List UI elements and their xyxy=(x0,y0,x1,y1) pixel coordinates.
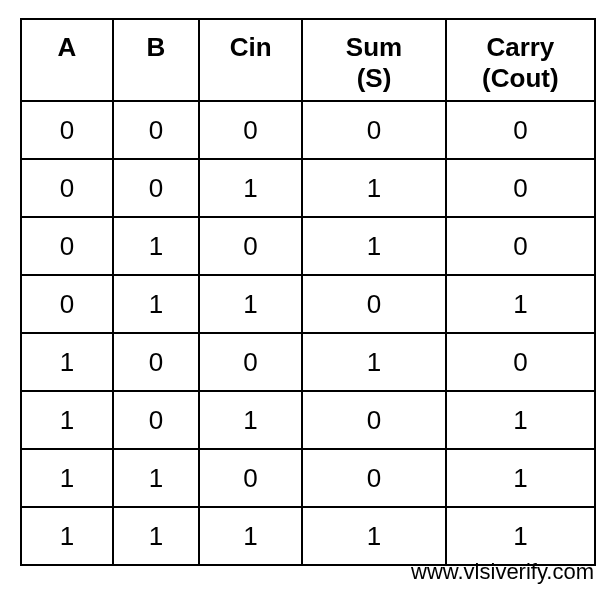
table-cell: 0 xyxy=(199,449,302,507)
table-cell: 1 xyxy=(113,217,199,275)
table-cell: 1 xyxy=(199,159,302,217)
table-cell: 0 xyxy=(21,101,113,159)
col-header-sublabel: (S) xyxy=(307,63,441,94)
table-cell: 0 xyxy=(21,159,113,217)
col-header-b: B xyxy=(113,19,199,101)
table-cell: 1 xyxy=(302,507,446,565)
table-cell: 0 xyxy=(199,333,302,391)
table-cell: 1 xyxy=(199,391,302,449)
table-cell: 0 xyxy=(113,101,199,159)
table-cell: 1 xyxy=(113,449,199,507)
table-row: 0 1 1 0 1 xyxy=(21,275,595,333)
col-header-cin: Cin xyxy=(199,19,302,101)
table-cell: 0 xyxy=(21,275,113,333)
col-header-label: B xyxy=(118,32,194,63)
table-cell: 1 xyxy=(199,275,302,333)
table-body: 0 0 0 0 0 0 0 1 1 0 0 1 0 1 0 0 1 1 0 1 xyxy=(21,101,595,565)
table-row: 1 1 0 0 1 xyxy=(21,449,595,507)
col-header-label: Sum xyxy=(307,32,441,63)
table-cell: 1 xyxy=(21,333,113,391)
col-header-label: Cin xyxy=(204,32,297,63)
table-cell: 1 xyxy=(446,449,595,507)
table-cell: 1 xyxy=(21,507,113,565)
table-cell: 1 xyxy=(21,449,113,507)
table-row: 0 0 0 0 0 xyxy=(21,101,595,159)
table-row: 1 1 1 1 1 xyxy=(21,507,595,565)
table-cell: 1 xyxy=(113,507,199,565)
table-cell: 0 xyxy=(446,159,595,217)
table-cell: 1 xyxy=(446,507,595,565)
table-cell: 0 xyxy=(21,217,113,275)
truth-table: A B Cin Sum (S) Carry (Cout) 0 0 xyxy=(20,18,596,566)
col-header-label: Carry xyxy=(451,32,590,63)
table-cell: 0 xyxy=(113,333,199,391)
table-cell: 1 xyxy=(446,275,595,333)
col-header-sublabel: (Cout) xyxy=(451,63,590,94)
table-row: 0 1 0 1 0 xyxy=(21,217,595,275)
col-header-a: A xyxy=(21,19,113,101)
table-row: 1 0 1 0 1 xyxy=(21,391,595,449)
table-cell: 0 xyxy=(446,101,595,159)
table-cell: 1 xyxy=(113,275,199,333)
table-cell: 0 xyxy=(302,449,446,507)
table-header-row: A B Cin Sum (S) Carry (Cout) xyxy=(21,19,595,101)
table-row: 0 0 1 1 0 xyxy=(21,159,595,217)
table-cell: 0 xyxy=(302,391,446,449)
table-cell: 1 xyxy=(21,391,113,449)
table-row: 1 0 0 1 0 xyxy=(21,333,595,391)
table-cell: 0 xyxy=(302,101,446,159)
table-cell: 0 xyxy=(113,391,199,449)
col-header-label: A xyxy=(26,32,108,63)
table-cell: 0 xyxy=(446,333,595,391)
table-cell: 1 xyxy=(302,217,446,275)
table-cell: 0 xyxy=(113,159,199,217)
table-cell: 1 xyxy=(302,159,446,217)
col-header-carry: Carry (Cout) xyxy=(446,19,595,101)
table-cell: 1 xyxy=(302,333,446,391)
table-cell: 1 xyxy=(199,507,302,565)
table-cell: 1 xyxy=(446,391,595,449)
table-cell: 0 xyxy=(446,217,595,275)
table-cell: 0 xyxy=(199,101,302,159)
table-cell: 0 xyxy=(199,217,302,275)
col-header-sum: Sum (S) xyxy=(302,19,446,101)
attribution-text: www.vlsiverify.com xyxy=(411,559,594,585)
table-cell: 0 xyxy=(302,275,446,333)
